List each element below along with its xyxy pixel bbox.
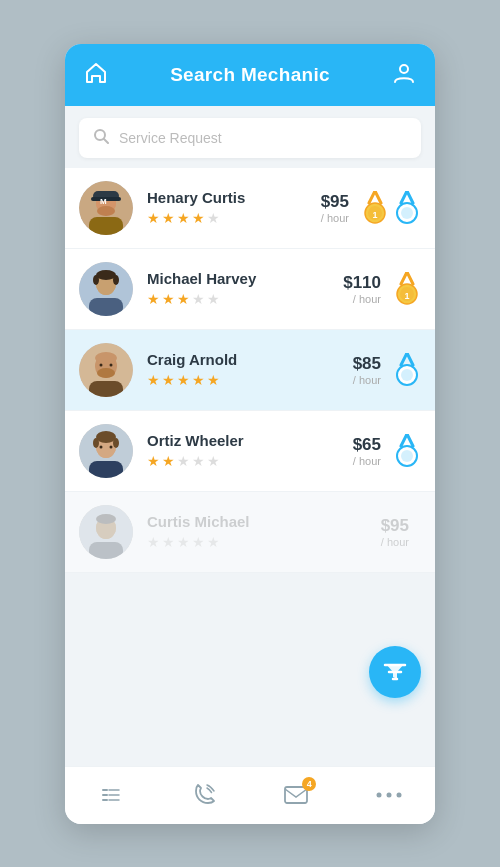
star-5: ★ <box>207 210 220 226</box>
star-1: ★ <box>147 372 160 388</box>
svg-point-50 <box>100 445 103 448</box>
star-3: ★ <box>177 210 190 226</box>
phone-icon <box>192 783 216 807</box>
price-block: $95 / hour <box>297 192 349 224</box>
list-icon <box>99 783 123 807</box>
svg-line-11 <box>369 191 375 203</box>
svg-point-24 <box>96 270 116 280</box>
mechanic-info: Henary Curtis ★ ★ ★ ★ ★ <box>147 189 297 226</box>
star-1: ★ <box>147 291 160 307</box>
star-4: ★ <box>192 534 205 550</box>
svg-point-37 <box>100 363 103 366</box>
svg-rect-34 <box>89 381 123 397</box>
badges: 1 <box>361 191 421 225</box>
mechanic-row[interactable]: Michael Harvey ★ ★ ★ ★ ★ $110 / hour <box>65 249 435 330</box>
star-2: ★ <box>162 210 175 226</box>
svg-point-38 <box>110 363 113 366</box>
star-rating: ★ ★ ★ ★ ★ <box>147 453 329 469</box>
message-badge: 4 <box>302 777 316 791</box>
search-icon <box>93 128 109 148</box>
mechanic-info: Craig Arnold ★ ★ ★ ★ ★ <box>147 351 329 388</box>
filter-fab-button[interactable] <box>369 646 421 698</box>
svg-line-17 <box>407 191 413 203</box>
price-block: $110 / hour <box>329 273 381 305</box>
price-unit: / hour <box>329 455 381 467</box>
avatar: M <box>79 181 133 235</box>
mechanic-row[interactable]: M Henary Curtis ★ ★ ★ ★ ★ $95 / hour <box>65 168 435 249</box>
nav-item-more[interactable] <box>365 771 413 819</box>
svg-point-55 <box>401 450 413 462</box>
gold-badge: 1 <box>393 272 421 306</box>
mechanic-name: Curtis Michael <box>147 513 357 530</box>
svg-point-60 <box>96 514 116 524</box>
price-block: $85 / hour <box>329 354 381 386</box>
star-5: ★ <box>207 372 220 388</box>
svg-point-25 <box>93 275 99 285</box>
badges <box>393 434 421 468</box>
mechanic-name: Henary Curtis <box>147 189 297 206</box>
svg-line-2 <box>104 139 108 143</box>
svg-point-7 <box>97 206 115 216</box>
star-4: ★ <box>192 372 205 388</box>
gold-badge: 1 <box>361 191 389 225</box>
mechanic-name: Ortiz Wheeler <box>147 432 329 449</box>
mechanic-row[interactable]: Ortiz Wheeler ★ ★ ★ ★ ★ $65 / hour <box>65 411 435 492</box>
mechanic-row[interactable]: Craig Arnold ★ ★ ★ ★ ★ $85 / hour <box>65 330 435 411</box>
blue-badge <box>393 434 421 468</box>
star-1: ★ <box>147 210 160 226</box>
nav-item-tasks[interactable] <box>87 771 135 819</box>
star-2: ★ <box>162 453 175 469</box>
avatar <box>79 343 133 397</box>
mechanic-name: Michael Harvey <box>147 270 329 287</box>
badges: 1 <box>393 272 421 306</box>
svg-text:1: 1 <box>404 291 409 301</box>
price-unit: / hour <box>329 374 381 386</box>
mechanic-row[interactable]: Curtis Michael ★ ★ ★ ★ ★ $95 / hour <box>65 492 435 573</box>
price-amount: $110 <box>329 273 381 293</box>
star-4: ★ <box>192 291 205 307</box>
star-3: ★ <box>177 291 190 307</box>
price-amount: $95 <box>297 192 349 212</box>
star-5: ★ <box>207 453 220 469</box>
star-3: ★ <box>177 372 190 388</box>
mechanic-info: Curtis Michael ★ ★ ★ ★ ★ <box>147 513 357 550</box>
star-rating: ★ ★ ★ ★ ★ <box>147 291 329 307</box>
star-1: ★ <box>147 453 160 469</box>
nav-item-calls[interactable] <box>180 771 228 819</box>
svg-point-36 <box>97 368 115 378</box>
search-bar[interactable]: Service Request <box>79 118 421 158</box>
more-icon <box>375 789 403 801</box>
svg-point-47 <box>96 431 116 443</box>
search-placeholder: Service Request <box>119 130 222 146</box>
nav-item-messages[interactable]: 4 <box>272 771 320 819</box>
star-2: ★ <box>162 291 175 307</box>
svg-point-49 <box>113 438 119 448</box>
svg-point-19 <box>401 207 413 219</box>
svg-line-53 <box>407 434 413 446</box>
star-3: ★ <box>177 453 190 469</box>
avatar <box>79 424 133 478</box>
star-5: ★ <box>207 534 220 550</box>
price-amount: $65 <box>329 435 381 455</box>
svg-rect-45 <box>89 461 123 478</box>
price-unit: / hour <box>357 536 409 548</box>
user-icon[interactable] <box>391 60 417 90</box>
star-2: ★ <box>162 372 175 388</box>
svg-point-68 <box>376 793 381 798</box>
bottom-nav: 4 <box>65 766 435 824</box>
avatar <box>79 505 133 559</box>
star-2: ★ <box>162 534 175 550</box>
star-5: ★ <box>207 291 220 307</box>
svg-line-39 <box>401 353 407 365</box>
price-amount: $85 <box>329 354 381 374</box>
svg-line-12 <box>375 191 381 203</box>
svg-point-70 <box>396 793 401 798</box>
mechanic-name: Craig Arnold <box>147 351 329 368</box>
mechanic-info: Michael Harvey ★ ★ ★ ★ ★ <box>147 270 329 307</box>
mechanic-info: Ortiz Wheeler ★ ★ ★ ★ ★ <box>147 432 329 469</box>
svg-point-0 <box>400 65 408 73</box>
price-block: $95 / hour <box>357 516 409 548</box>
home-icon[interactable] <box>83 60 109 90</box>
star-rating: ★ ★ ★ ★ ★ <box>147 210 297 226</box>
svg-point-26 <box>113 275 119 285</box>
